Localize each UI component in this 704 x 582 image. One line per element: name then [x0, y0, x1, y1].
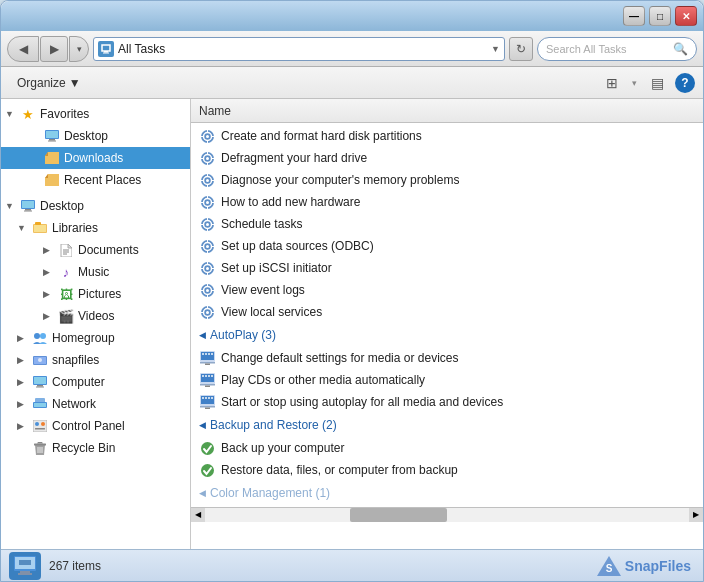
svg-rect-64	[212, 202, 214, 203]
pictures-label: Pictures	[78, 287, 121, 301]
svg-rect-85	[212, 268, 214, 269]
view-dropdown-arrow[interactable]: ▾	[630, 78, 639, 88]
refresh-button[interactable]: ↻	[509, 37, 533, 61]
svg-rect-113	[211, 375, 213, 377]
svg-rect-82	[207, 262, 208, 264]
horizontal-scrollbar[interactable]: ◀ ▶	[191, 507, 703, 521]
organize-button[interactable]: Organize ▼	[9, 71, 89, 95]
toolbar: Organize ▼ ⊞ ▾ ▤ ?	[1, 67, 703, 99]
sidebar-item-favorites[interactable]: ▼ ★ Favorites	[1, 103, 190, 125]
scroll-left-button[interactable]: ◀	[191, 508, 205, 522]
close-button[interactable]: ✕	[675, 6, 697, 26]
svg-point-31	[41, 422, 45, 426]
music-label: Music	[78, 265, 109, 279]
svg-rect-122	[200, 406, 215, 408]
sidebar-item-recycle-bin[interactable]: Recycle Bin	[1, 437, 190, 459]
help-button[interactable]: ?	[675, 73, 695, 93]
list-item[interactable]: Schedule tasks	[191, 213, 703, 235]
autoplay-item-label-0: Change default settings for media or dev…	[221, 351, 458, 365]
list-item[interactable]: Restore data, files, or computer from ba…	[191, 459, 703, 481]
snapfiles-label: snapfiles	[52, 353, 99, 367]
list-item[interactable]: Defragment your hard drive	[191, 147, 703, 169]
recent-places-label: Recent Places	[64, 173, 141, 187]
sidebar-item-pictures[interactable]: ▶ 🖼 Pictures	[1, 283, 190, 305]
scroll-thumb[interactable]	[350, 508, 447, 522]
sidebar-item-downloads[interactable]: Downloads	[1, 147, 190, 169]
list-item[interactable]: Diagnose your computer's memory problems	[191, 169, 703, 191]
sidebar-item-snapfiles[interactable]: ▶ snapfiles	[1, 349, 190, 371]
svg-rect-128	[20, 571, 30, 573]
item-label-5: Set up data sources (ODBC)	[221, 239, 374, 253]
backup-item-label-0: Back up your computer	[221, 441, 344, 455]
back-button[interactable]: ◀	[7, 36, 39, 62]
address-bar[interactable]: All Tasks ▼	[93, 37, 505, 61]
svg-rect-8	[22, 201, 34, 208]
svg-rect-69	[207, 229, 208, 231]
pictures-icon: 🖼	[57, 286, 75, 302]
sidebar-item-control-panel[interactable]: ▶ Control Panel	[1, 415, 190, 437]
scroll-right-button[interactable]: ▶	[689, 508, 703, 522]
content-panel: Name	[191, 99, 703, 549]
column-header[interactable]: Name	[191, 99, 703, 123]
list-item[interactable]: Set up iSCSI initiator	[191, 257, 703, 279]
search-icon[interactable]: 🔍	[673, 42, 688, 56]
svg-rect-62	[207, 207, 208, 209]
sidebar-item-computer[interactable]: ▶ Computer	[1, 371, 190, 393]
sidebar-item-libraries[interactable]: ▼ Libraries	[1, 217, 190, 239]
list-item[interactable]: View local services	[191, 301, 703, 323]
sidebar-item-network[interactable]: ▶ Network	[1, 393, 190, 415]
maximize-button[interactable]: □	[649, 6, 671, 26]
scroll-track[interactable]	[205, 508, 689, 522]
item-label-7: View event logs	[221, 283, 305, 297]
autoplay-item-label-2: Start or stop using autoplay for all med…	[221, 395, 503, 409]
main-area: ▼ ★ Favorites Desktop	[1, 99, 703, 549]
list-item[interactable]: Play CDs or other media automatically	[191, 369, 703, 391]
svg-rect-92	[212, 290, 214, 291]
videos-expand-arrow: ▶	[43, 311, 57, 321]
list-item[interactable]: View event logs	[191, 279, 703, 301]
svg-rect-84	[201, 268, 203, 269]
sidebar-item-desktop[interactable]: ▼ Desktop	[1, 195, 190, 217]
list-item[interactable]: Set up data sources (ODBC)	[191, 235, 703, 257]
list-item[interactable]: How to add new hardware	[191, 191, 703, 213]
section-header-autoplay[interactable]: ◀ AutoPlay (3)	[191, 323, 703, 347]
sidebar-item-documents[interactable]: ▶ Documents	[1, 239, 190, 261]
svg-rect-111	[205, 375, 207, 377]
change-view-button[interactable]: ⊞	[598, 71, 626, 95]
list-item[interactable]: Create and format hard disk partitions	[191, 125, 703, 147]
window-controls: — □ ✕	[623, 6, 697, 26]
address-dropdown-arrow[interactable]: ▼	[491, 44, 500, 54]
item-label-3: How to add new hardware	[221, 195, 360, 209]
favorites-label: Favorites	[40, 107, 89, 121]
forward-button[interactable]: ▶	[40, 36, 68, 62]
documents-label: Documents	[78, 243, 139, 257]
svg-rect-43	[212, 136, 214, 137]
section-header-color[interactable]: ◀ Color Management (1)	[191, 481, 703, 505]
sidebar-item-recent-places[interactable]: Recent Places	[1, 169, 190, 191]
autoplay-item-icon-2	[199, 394, 215, 410]
svg-point-60	[206, 201, 209, 204]
favorites-icon: ★	[19, 106, 37, 122]
dropdown-button[interactable]: ▾	[69, 36, 89, 62]
svg-rect-76	[207, 251, 208, 253]
sidebar-item-desktop-fav[interactable]: Desktop	[1, 125, 190, 147]
sidebar-item-videos[interactable]: ▶ 🎬 Videos	[1, 305, 190, 327]
svg-rect-13	[35, 222, 41, 225]
svg-rect-24	[37, 385, 43, 387]
list-item[interactable]: Change default settings for media or dev…	[191, 347, 703, 369]
libraries-icon	[31, 220, 49, 236]
preview-pane-button[interactable]: ▤	[643, 71, 671, 95]
list-item[interactable]: Back up your computer	[191, 437, 703, 459]
item-label-8: View local services	[221, 305, 322, 319]
sidebar-item-music[interactable]: ▶ ♪ Music	[1, 261, 190, 283]
minimize-button[interactable]: —	[623, 6, 645, 26]
list-item[interactable]: Start or stop using autoplay for all med…	[191, 391, 703, 413]
downloads-label: Downloads	[64, 151, 123, 165]
section-header-backup[interactable]: ◀ Backup and Restore (2)	[191, 413, 703, 437]
svg-rect-32	[35, 428, 45, 430]
search-bar[interactable]: Search All Tasks 🔍	[537, 37, 697, 61]
svg-rect-105	[211, 353, 213, 355]
network-icon	[31, 396, 49, 412]
svg-rect-97	[207, 317, 208, 319]
sidebar-item-homegroup[interactable]: ▶ Homegroup	[1, 327, 190, 349]
